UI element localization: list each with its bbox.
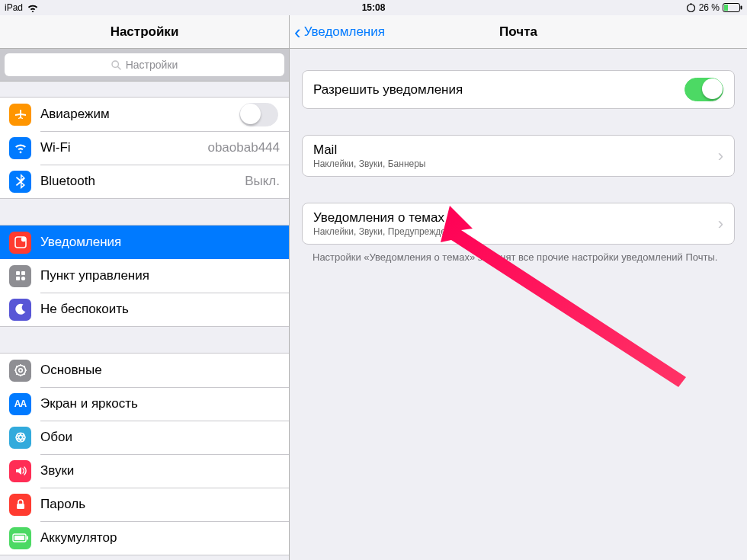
thread-notifications-row[interactable]: Уведомления о темах Наклейки, Звуки, Пре… (303, 203, 734, 244)
sidebar-item-wifi[interactable]: Wi-Fi obaobab444 (0, 131, 289, 165)
sidebar-item-notifications[interactable]: Уведомления (0, 226, 289, 259)
dnd-icon (9, 299, 31, 321)
svg-rect-9 (21, 271, 25, 275)
sidebar-item-label: Не беспокоить (40, 302, 129, 317)
sidebar-item-airplane[interactable]: Авиарежим (0, 98, 289, 131)
sidebar-item-general[interactable]: Основные (0, 354, 289, 387)
svg-point-0 (687, 4, 694, 11)
sidebar-item-bluetooth[interactable]: Bluetooth Выкл. (0, 165, 289, 198)
search-placeholder: Настройки (126, 59, 178, 71)
sidebar-item-wallpaper[interactable]: Обои (0, 421, 289, 454)
sidebar-item-label: Обои (40, 430, 72, 445)
svg-rect-26 (17, 504, 24, 509)
sidebar-item-battery[interactable]: Аккумулятор (0, 521, 289, 555)
bluetooth-icon (9, 171, 31, 193)
sidebar-item-label: Звуки (40, 463, 74, 478)
sidebar-item-controlcenter[interactable]: Пункт управления (0, 259, 289, 293)
allow-notifications-group: Разрешить уведомления (302, 70, 735, 109)
chevron-right-icon: › (718, 214, 723, 234)
svg-rect-3 (741, 6, 742, 10)
svg-rect-2 (724, 5, 728, 11)
svg-point-11 (21, 277, 24, 280)
sidebar-title: Настройки (111, 24, 179, 40)
sidebar-item-dnd[interactable]: Не беспокоить (0, 293, 289, 326)
search-icon (111, 60, 121, 70)
status-bar: iPad 15:08 26 % (0, 0, 747, 15)
svg-line-5 (117, 66, 120, 69)
account-title: Mail (313, 142, 425, 158)
svg-rect-29 (27, 536, 28, 540)
detail-header: ‹ Уведомления Почта (290, 15, 747, 49)
sidebar-item-label: Авиарежим (40, 107, 110, 122)
sidebar-item-label: Уведомления (40, 235, 121, 250)
detail-pane: ‹ Уведомления Почта Разрешить уведомлени… (290, 15, 747, 560)
sidebar-item-label: Экран и яркость (40, 396, 138, 411)
controlcenter-icon (9, 265, 31, 287)
sidebar-item-label: Bluetooth (40, 174, 95, 189)
sidebar-item-label: Wi-Fi (40, 140, 71, 155)
bluetooth-value: Выкл. (245, 174, 280, 189)
account-row-mail[interactable]: Mail Наклейки, Звуки, Баннеры › (303, 136, 734, 176)
sidebar-item-sounds[interactable]: Звуки (0, 454, 289, 488)
clock: 15:08 (362, 2, 386, 13)
svg-rect-10 (16, 277, 20, 280)
svg-line-18 (16, 366, 18, 367)
sidebar-item-passcode[interactable]: Пароль (0, 488, 289, 521)
svg-line-20 (16, 373, 18, 375)
wifi-value: obaobab444 (207, 140, 280, 155)
threads-title: Уведомления о темах (313, 210, 461, 226)
back-button[interactable]: ‹ Уведомления (294, 15, 385, 48)
airplane-toggle[interactable] (239, 103, 278, 126)
svg-point-13 (18, 369, 22, 373)
svg-line-19 (24, 373, 25, 375)
svg-point-7 (21, 237, 25, 242)
airplane-icon (9, 104, 31, 126)
display-icon: AA (9, 393, 31, 415)
sidebar-group-connectivity: Авиарежим Wi-Fi obaobab444 Bluetooth Вык… (0, 97, 289, 199)
sidebar-item-display[interactable]: AA Экран и яркость (0, 387, 289, 421)
battery-percent: 26 % (699, 2, 720, 13)
sidebar-item-label: Аккумулятор (40, 530, 117, 546)
sidebar-item-label: Пункт управления (40, 268, 149, 283)
allow-notifications-row[interactable]: Разрешить уведомления (303, 71, 734, 108)
battery-icon (723, 3, 742, 12)
battery-settings-icon (9, 527, 31, 549)
allow-notifications-toggle[interactable] (684, 78, 723, 101)
device-name: iPad (5, 2, 23, 13)
svg-rect-8 (16, 271, 20, 275)
wallpaper-icon (9, 427, 31, 449)
wifi-settings-icon (9, 137, 31, 159)
account-subtitle: Наклейки, Звуки, Баннеры (313, 158, 425, 169)
sounds-icon (9, 460, 31, 482)
passcode-icon (9, 494, 31, 516)
chevron-right-icon: › (718, 146, 723, 166)
allow-label: Разрешить уведомления (313, 82, 463, 98)
general-icon (9, 360, 31, 382)
sidebar-group-notifications: Уведомления Пункт управления Не беспокои… (0, 225, 289, 327)
sidebar-item-label: Основные (40, 363, 102, 378)
search-input[interactable]: Настройки (5, 53, 284, 76)
svg-rect-28 (14, 536, 24, 540)
chevron-left-icon: ‹ (294, 22, 301, 42)
detail-title: Почта (499, 24, 537, 40)
accounts-group: Mail Наклейки, Звуки, Баннеры › (302, 135, 735, 177)
wifi-icon (27, 4, 38, 12)
back-label: Уведомления (304, 24, 385, 40)
settings-sidebar: Настройки Настройки Авиарежим (0, 15, 290, 560)
notifications-icon (9, 232, 31, 254)
sidebar-group-general: Основные AA Экран и яркость Обои (0, 353, 289, 555)
threads-subtitle: Наклейки, Звуки, Предупреждения (313, 226, 461, 237)
sidebar-item-label: Пароль (40, 497, 85, 512)
svg-line-21 (24, 366, 25, 367)
threads-group: Уведомления о темах Наклейки, Звуки, Пре… (302, 203, 735, 245)
svg-point-23 (16, 436, 25, 440)
rotation-lock-icon (686, 3, 696, 13)
search-container: Настройки (0, 49, 289, 82)
footer-note: Настройки «Уведомления о темах» заменят … (302, 245, 735, 264)
sidebar-header: Настройки (0, 15, 289, 49)
